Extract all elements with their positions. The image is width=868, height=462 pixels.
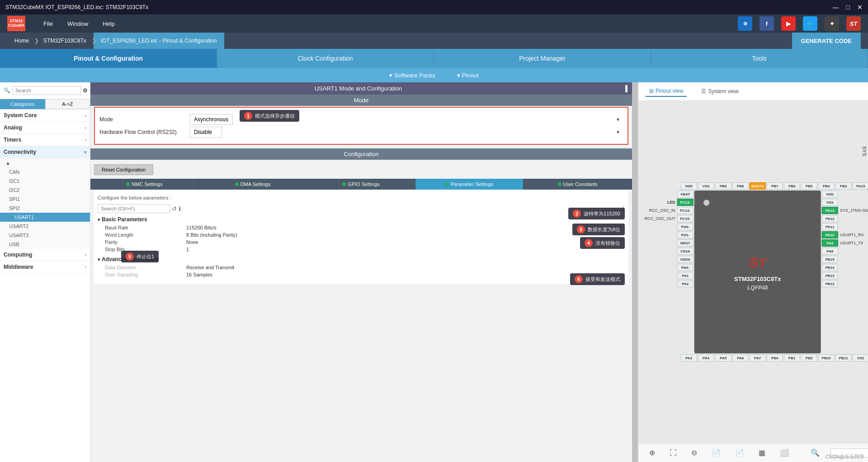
- sidebar-item-usart2[interactable]: USART2: [0, 222, 90, 231]
- zoom-in-button[interactable]: ⊕: [646, 447, 659, 459]
- import-icon[interactable]: 📄: [731, 447, 748, 459]
- hw-flow-select[interactable]: Disable CTS Only RTS Only: [190, 127, 222, 138]
- sidebar-item-usb[interactable]: USB: [0, 240, 90, 249]
- breadcrumb-project[interactable]: IOT_ESP8266_LED.ioc - Pinout & Configura…: [94, 33, 224, 49]
- help-icon[interactable]: ℹ: [623, 205, 625, 212]
- sidebar-item-connectivity[interactable]: Connectivity ▾: [0, 146, 90, 158]
- pin-pa12[interactable]: PA12: [822, 215, 838, 222]
- close-button[interactable]: ✕: [857, 4, 863, 11]
- sidebar-item-system-core[interactable]: System Core ›: [0, 110, 90, 122]
- layout-icon[interactable]: ⬜: [776, 447, 793, 459]
- pin-pa8[interactable]: PA8: [822, 248, 838, 255]
- pin-pc14[interactable]: PC14-: [677, 207, 693, 214]
- sidebar-item-middleware[interactable]: Middleware ›: [0, 261, 90, 273]
- basic-params-header[interactable]: ▾ Basic Parameters: [98, 215, 625, 224]
- pin-pb9[interactable]: PB9: [715, 182, 731, 190]
- tab-system-view[interactable]: ☰ System view: [698, 86, 742, 96]
- tab-pinout-view[interactable]: ⊞ Pinout view: [646, 86, 687, 97]
- pin-nrst[interactable]: NRST: [677, 239, 693, 247]
- pin-pb0[interactable]: PB0: [767, 354, 783, 362]
- pin-pb15[interactable]: PB15: [822, 256, 838, 263]
- pin-vssa[interactable]: VSSA: [677, 248, 693, 255]
- sidebar-item-can[interactable]: CAN: [0, 167, 90, 176]
- tab-dma-settings[interactable]: DMA Settings: [199, 179, 307, 190]
- resize-handle[interactable]: ⋮: [632, 82, 637, 462]
- grid-icon[interactable]: ▦: [755, 447, 769, 459]
- pin-pb7[interactable]: PB7: [767, 182, 783, 190]
- pin-boot0[interactable]: BOOT0: [750, 182, 766, 190]
- sidebar-item-i2c1[interactable]: I2C1: [0, 176, 90, 186]
- tab-project[interactable]: Project Manager: [434, 49, 651, 68]
- sidebar-item-spi2[interactable]: SPI2: [0, 204, 90, 213]
- pin-pb10[interactable]: PB10: [818, 354, 835, 362]
- pin-pa3[interactable]: PA3: [681, 354, 697, 362]
- pin-pa10[interactable]: PA10: [822, 231, 838, 238]
- pin-pb13[interactable]: PB13: [822, 272, 838, 279]
- subtab-pinout[interactable]: Pinout: [457, 72, 479, 79]
- advanced-params-header[interactable]: ▾ Advanced Parameters: [98, 255, 625, 264]
- sidebar-tab-categories[interactable]: Categories: [0, 99, 45, 109]
- sidebar-item-analog[interactable]: Analog ›: [0, 122, 90, 134]
- tab-pinout[interactable]: Pinout & Configuration: [0, 49, 217, 68]
- sidebar-item-usart1[interactable]: ✔ USART1: [0, 213, 90, 222]
- sidebar-search-input[interactable]: [12, 86, 81, 95]
- zoom-out-button[interactable]: ⊖: [688, 447, 701, 459]
- pin-pb12[interactable]: PB12: [822, 280, 838, 287]
- pin-pb8[interactable]: PB8: [732, 182, 749, 190]
- subtab-software-packs[interactable]: Software Packs: [389, 72, 435, 79]
- pin-pb6[interactable]: PB6: [784, 182, 800, 190]
- maximize-button[interactable]: □: [846, 4, 850, 11]
- pin-pa13[interactable]: PA13: [822, 207, 838, 214]
- pin-pb14[interactable]: PB14: [822, 264, 838, 271]
- pin-pa9[interactable]: PA9: [822, 239, 838, 247]
- info-icon[interactable]: ℹ: [179, 205, 181, 212]
- search-icon-toolbar[interactable]: 🔍: [807, 447, 823, 459]
- pin-pd0[interactable]: PD0-: [677, 223, 693, 230]
- tab-gpio-settings[interactable]: GPIO Settings: [307, 179, 415, 190]
- pin-vss-top[interactable]: VSS: [698, 182, 714, 190]
- generate-code-button[interactable]: GENERATE CODE: [792, 33, 861, 49]
- pin-pb5[interactable]: PB5: [801, 182, 817, 190]
- pin-pb4[interactable]: PB4: [818, 182, 835, 190]
- pin-pb3[interactable]: PB3: [835, 182, 852, 190]
- pin-pb1[interactable]: PB1: [784, 354, 800, 362]
- settings-icon[interactable]: ⚙: [83, 87, 88, 94]
- tab-clock[interactable]: Clock Configuration: [217, 49, 434, 68]
- pin-vdd-top[interactable]: VDD: [681, 182, 697, 190]
- menu-help[interactable]: Help: [103, 20, 115, 27]
- connectivity-expand-arrow[interactable]: ▲: [0, 158, 90, 167]
- pin-pa1[interactable]: PA1: [677, 272, 693, 279]
- pin-vdd-right[interactable]: VDD: [822, 191, 838, 198]
- tab-parameter-settings[interactable]: Parameter Settings: [415, 179, 524, 190]
- sidebar-item-computing[interactable]: Computing ›: [0, 249, 90, 261]
- sidebar-item-usart3[interactable]: USART3: [0, 231, 90, 240]
- sidebar-item-timers[interactable]: Timers ›: [0, 134, 90, 146]
- pin-vss-right[interactable]: VSS: [822, 199, 838, 206]
- pin-vbat[interactable]: VBAT: [677, 191, 693, 198]
- pin-pa2[interactable]: PA2: [677, 280, 693, 287]
- pin-vdda[interactable]: VDDA: [677, 256, 693, 263]
- pin-pa6[interactable]: PA6: [732, 354, 749, 362]
- minimize-button[interactable]: —: [833, 4, 839, 11]
- pin-pb11[interactable]: PB11: [835, 354, 852, 362]
- pin-vss-bot[interactable]: VSS: [853, 354, 868, 362]
- pin-pa4[interactable]: PA4: [698, 354, 714, 362]
- sidebar-tab-az[interactable]: A->Z: [45, 99, 90, 109]
- breadcrumb-chip[interactable]: STM32F103C8Tx: [36, 33, 94, 49]
- pin-pc13[interactable]: PC13-: [677, 199, 693, 206]
- pin-pc15[interactable]: PC15-: [677, 215, 693, 222]
- pin-pa5[interactable]: PA5: [715, 354, 731, 362]
- tab-nmc-settings[interactable]: NMC Settings: [90, 179, 199, 190]
- export-icon[interactable]: 📄: [708, 447, 724, 459]
- pin-pa11[interactable]: PA11: [822, 223, 838, 230]
- pin-pa15[interactable]: PA15: [853, 182, 868, 190]
- pin-pa0[interactable]: PA0-: [677, 264, 693, 271]
- fit-view-button[interactable]: ⛶: [666, 447, 680, 459]
- pin-pa7[interactable]: PA7: [750, 354, 766, 362]
- mode-select[interactable]: Asynchronous Disable Synchronous: [190, 114, 233, 125]
- reset-config-button[interactable]: Reset Configuration: [94, 164, 153, 175]
- params-search-input[interactable]: [98, 204, 170, 213]
- tab-tools[interactable]: Tools: [651, 49, 868, 68]
- sidebar-item-i2c2[interactable]: I2C2: [0, 186, 90, 195]
- pin-pd1[interactable]: PD1-: [677, 231, 693, 238]
